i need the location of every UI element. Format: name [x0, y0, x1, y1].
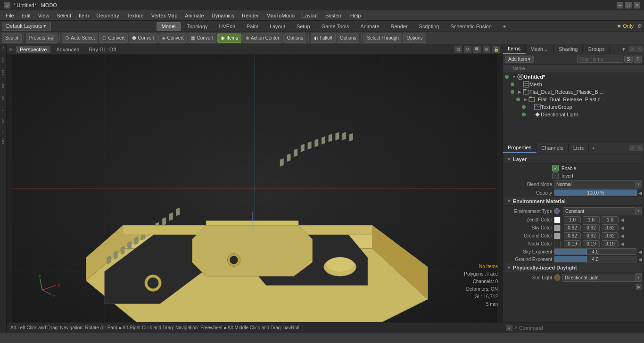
viewport-tab-raygl[interactable]: Ray GL: Off — [85, 46, 120, 53]
item-vis-flat-b[interactable] — [509, 90, 516, 94]
vp-rotate-btn[interactable]: ↺ — [464, 46, 471, 53]
items-list[interactable]: ▾ Untitled* Mesh ▶ Flat_Dual_Release_Pla — [503, 73, 644, 143]
nadir-g[interactable]: 0.19 — [583, 240, 600, 247]
env-type-arrow[interactable]: ▾ — [636, 207, 642, 215]
nadir-swatch[interactable] — [554, 241, 561, 247]
item-arrow-flat[interactable]: ▶ — [522, 97, 528, 102]
viewport-tab-advanced[interactable]: Advanced — [52, 46, 83, 53]
menu-item-help[interactable]: Help — [347, 12, 365, 19]
scroll-right-btn[interactable]: ▶ — [636, 284, 642, 290]
menu-item-dynamics[interactable]: Dynamics — [208, 12, 238, 19]
sky-r[interactable]: 0.62 — [564, 224, 581, 231]
maximize-button[interactable]: □ — [625, 2, 632, 8]
minimize-button[interactable]: ─ — [617, 2, 623, 8]
sun-light-value[interactable]: Directional Light — [562, 274, 636, 282]
item-vis-texgroup[interactable] — [520, 105, 528, 109]
nadir-b[interactable]: 0.19 — [602, 240, 619, 247]
blend-mode-arrow[interactable]: ▾ — [636, 180, 642, 188]
lv-btn-me[interactable]: Me... — [0, 78, 6, 90]
filter-items-input[interactable] — [577, 56, 623, 63]
daylight-section-header[interactable]: ▼ Physically-based Daylight — [505, 263, 642, 272]
props-add-tab[interactable]: + — [589, 144, 597, 152]
layout-tab-topology[interactable]: Topology — [182, 22, 213, 31]
layout-tab-schematicfusion[interactable]: Schematic Fusion — [445, 22, 496, 31]
sun-light-arrow[interactable]: ▾ — [636, 273, 642, 282]
ground-r[interactable]: 0.62 — [564, 232, 581, 239]
ground-exp-arrow[interactable]: ◀ — [638, 257, 642, 262]
lv-btn-du[interactable]: Du... — [0, 65, 6, 77]
enable-checkbox[interactable]: ✓ — [552, 165, 559, 172]
menu-item-geometry[interactable]: Geometry — [92, 12, 123, 19]
close-button[interactable]: ✕ — [634, 2, 640, 8]
ground-g[interactable]: 0.62 — [583, 232, 600, 239]
shading-tab[interactable]: Shading — [554, 45, 583, 53]
ground-exp-slider[interactable]: 4.0 — [554, 256, 636, 262]
item-row-dirlight[interactable]: Directional Light — [503, 111, 644, 118]
item-vis-mesh[interactable] — [509, 82, 516, 86]
viewport-tab-perspective[interactable]: Perspective — [16, 46, 50, 53]
vp-settings-btn[interactable]: ⚙ — [483, 46, 490, 53]
items-expand-btn[interactable]: ⤢ — [629, 46, 636, 52]
item-row-untitled[interactable]: ▾ Untitled* — [503, 73, 644, 81]
settings-button[interactable]: ⚙ — [637, 23, 642, 29]
lv-btn-de[interactable]: De... — [0, 52, 6, 64]
menu-item-animate[interactable]: Animate — [181, 12, 207, 19]
ground-b[interactable]: 0.62 — [602, 232, 619, 239]
vp-lock-btn[interactable]: 🔒 — [492, 46, 500, 53]
properties-tab[interactable]: Properties — [503, 143, 537, 153]
lv-btn-e[interactable]: E... — [0, 103, 6, 113]
select-through-button[interactable]: Select Through — [363, 33, 402, 43]
menu-item-edit[interactable]: Edit — [18, 12, 34, 19]
options3-button[interactable]: Options — [403, 33, 426, 43]
default-layouts-dropdown[interactable]: Default Layouts ▾ — [2, 22, 51, 31]
item-arrow-flat-b[interactable]: ▶ — [516, 90, 523, 94]
item-row-mesh[interactable]: Mesh — [503, 81, 644, 88]
channels-tab[interactable]: Channels — [537, 144, 568, 152]
item-vis-untitled[interactable] — [503, 75, 511, 79]
sky-swatch[interactable] — [554, 225, 561, 231]
vp-fit-btn[interactable]: ⊡ — [454, 46, 462, 53]
filter-f-button[interactable]: F — [634, 56, 642, 63]
item-row-flat[interactable]: ▶ _Flat_Dual_Release_Plastic ... — [503, 96, 644, 103]
auto-select-button[interactable]: ⬡ Auto Select — [62, 33, 98, 43]
sky-g[interactable]: 0.62 — [583, 224, 600, 231]
menu-item-system[interactable]: System — [322, 12, 347, 19]
zenith-r[interactable]: 1.0 — [564, 216, 581, 223]
command-expand-btn[interactable]: ▲ — [506, 325, 512, 331]
zenith-arrow[interactable]: ◀ — [620, 217, 624, 222]
layout-tab-scripting[interactable]: Scripting — [414, 22, 445, 31]
sky-b[interactable]: 0.62 — [602, 224, 619, 231]
zenith-swatch[interactable] — [554, 217, 561, 223]
presets-button[interactable]: Presets F6 — [26, 33, 58, 43]
env-type-value[interactable]: Constant — [563, 207, 636, 215]
sculpt-button[interactable]: Sculpt — [2, 33, 22, 43]
opacity-bar[interactable]: 100.0 % — [554, 189, 637, 196]
3d-viewport[interactable]: X Y Z No Items Polygons : Face Channels:… — [7, 55, 503, 322]
layout-tab-paint[interactable]: Paint — [241, 22, 264, 31]
menu-item-item[interactable]: Item — [75, 12, 92, 19]
opacity-arrow[interactable]: ◀ — [638, 190, 642, 196]
layout-tab-animate[interactable]: Animate — [355, 22, 384, 31]
layout-tab-render[interactable]: Render — [386, 22, 413, 31]
layer-section-header[interactable]: ▼ Layer — [505, 155, 642, 164]
lv-btn-c[interactable]: C... — [0, 126, 6, 135]
layout-tab-layout[interactable]: Layout — [264, 22, 290, 31]
command-input[interactable] — [519, 325, 641, 331]
add-item-button[interactable]: Add Item ▾ — [505, 56, 534, 63]
item-arrow-untitled[interactable]: ▾ — [511, 74, 517, 79]
menu-item-view[interactable]: View — [34, 12, 53, 19]
sky-exp-arrow[interactable]: ◀ — [638, 249, 642, 254]
layout-tab-gametools[interactable]: Game Tools — [316, 22, 355, 31]
menu-item-render[interactable]: Render — [238, 12, 263, 19]
items-collapse-btn[interactable]: ⤡ — [636, 46, 643, 52]
menu-item-vertex map[interactable]: Vertex Map — [148, 12, 182, 19]
invert-checkbox[interactable] — [552, 172, 559, 179]
lv-btn-po[interactable]: Po... — [0, 114, 6, 125]
groups-tab[interactable]: Groups — [583, 45, 610, 53]
items-tab[interactable]: Items — [503, 44, 526, 54]
vp-zoom-btn[interactable]: 🔍 — [473, 46, 481, 53]
lists-tab[interactable]: Lists — [569, 144, 589, 152]
menu-item-layout[interactable]: Layout — [298, 12, 322, 19]
menu-item-select[interactable]: Select — [53, 12, 75, 19]
menu-item-maxtomodo[interactable]: MaxToModo — [263, 12, 298, 19]
